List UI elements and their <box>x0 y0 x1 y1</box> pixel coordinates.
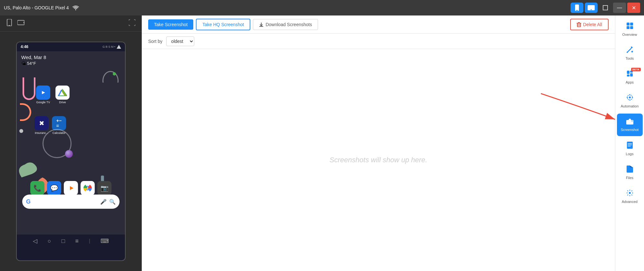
apps-icon <box>626 70 633 79</box>
app-icon-messages[interactable]: 💬 <box>47 181 61 195</box>
phone-date: Wed, Mar 8 <box>21 55 120 60</box>
svg-line-57 <box>627 191 628 191</box>
app-icon-play[interactable] <box>64 181 78 195</box>
svg-point-46 <box>629 122 630 123</box>
mic-icon[interactable]: 🎤 <box>100 199 107 205</box>
deco-curve-top <box>102 71 119 90</box>
download-icon <box>259 22 264 27</box>
svg-rect-4 <box>603 5 608 10</box>
toolbar-buttons: Take Screenshot Take HQ Screenshot Downl… <box>148 19 318 30</box>
apps-label: Apps <box>626 80 634 84</box>
download-screenshots-button[interactable]: Download Screenshots <box>253 19 318 30</box>
sort-select[interactable]: oldest newest <box>166 36 194 46</box>
minimize-btn[interactable]: — <box>613 3 626 13</box>
phone-toolbar-left <box>5 18 26 29</box>
app-icon-drive[interactable]: Drive <box>55 85 70 104</box>
empty-message: Screenshots will show up here. <box>330 156 427 164</box>
phone-toolbar-right <box>128 18 137 29</box>
title-bar-left: US, Palo Alto - GOOGLE Pixel 4 <box>4 5 79 10</box>
phone-toolbar <box>0 15 142 32</box>
sidebar-item-files[interactable]: Files <box>617 161 643 184</box>
automation-label: Automation <box>621 104 639 108</box>
sidebar-item-overview[interactable]: Overview <box>617 18 643 41</box>
svg-point-47 <box>631 121 632 122</box>
app-icon-googletv[interactable]: Google TV <box>36 85 50 104</box>
svg-rect-40 <box>630 94 630 95</box>
app-icon-camera[interactable]: 📷 <box>97 181 111 195</box>
overview-label: Overview <box>622 33 637 36</box>
phone-panel: 4:46 G B S M • Wed, Mar 8 🌤 <box>0 15 142 271</box>
frame-icon[interactable] <box>128 18 137 29</box>
nav-divider: | <box>89 238 90 244</box>
svg-point-52 <box>629 192 631 194</box>
phone-status-bar: 4:46 G B S M • <box>17 42 125 51</box>
landscape-icon[interactable] <box>16 18 26 28</box>
google-logo: G <box>26 198 31 205</box>
beta-badge: BETA <box>631 68 640 71</box>
tools-label: Tools <box>626 56 634 60</box>
app-row-1: Google TV <box>36 85 70 104</box>
google-search-bar[interactable]: G 🎤 🔍 <box>22 195 120 209</box>
keyboard-nav[interactable]: ⌨ <box>101 237 109 245</box>
deco-orange-arc <box>20 103 31 121</box>
screenshots-area: Screenshots will show up here. <box>142 49 615 271</box>
logs-label: Logs <box>626 152 634 156</box>
svg-line-32 <box>628 48 631 52</box>
screenshot-label: Screenshot <box>621 128 639 132</box>
status-icons: G B S M • <box>102 45 115 48</box>
phone-status-right: G B S M • <box>102 45 121 49</box>
fullscreen-btn[interactable] <box>599 3 612 13</box>
phone-view-btn[interactable] <box>571 3 583 13</box>
app-icon-phone[interactable]: 📞 <box>30 181 44 195</box>
sidebar-item-tools[interactable]: Tools <box>617 42 643 65</box>
take-hq-screenshot-button[interactable]: Take HQ Screenshot <box>196 19 250 30</box>
sidebar-item-screenshot[interactable]: Screenshot <box>617 114 643 136</box>
deco-green-dot <box>113 72 116 75</box>
svg-rect-7 <box>17 20 24 25</box>
delete-all-button[interactable]: Delete All <box>570 19 609 30</box>
lens-icon[interactable]: 🔍 <box>109 199 116 205</box>
recents-nav[interactable]: □ <box>62 238 65 245</box>
home-nav[interactable]: ○ <box>48 238 51 245</box>
main-layout: 4:46 G B S M • Wed, Mar 8 🌤 <box>0 15 644 271</box>
svg-rect-6 <box>8 25 10 26</box>
phone-nav-bar: ◁ ○ □ ≡ | ⌨ <box>17 235 125 247</box>
svg-rect-34 <box>627 71 630 74</box>
tablet-view-btn[interactable] <box>585 3 598 13</box>
sidebar-item-advanced[interactable]: Advanced <box>617 185 643 208</box>
phone-time: 4:46 <box>21 45 28 49</box>
svg-point-38 <box>629 96 631 98</box>
logs-icon <box>627 142 633 151</box>
deco-purple-ball <box>65 150 73 158</box>
sidebar-item-logs[interactable]: Logs <box>617 137 643 160</box>
svg-point-33 <box>627 52 628 53</box>
overview-icon <box>626 22 633 31</box>
sort-label: Sort by <box>148 39 162 44</box>
svg-rect-48 <box>627 142 633 149</box>
close-btn[interactable]: ✕ <box>627 3 640 13</box>
take-screenshot-button[interactable]: Take Screenshot <box>148 19 193 30</box>
svg-rect-31 <box>630 26 633 29</box>
screenshot-icon <box>626 118 633 126</box>
content-toolbar: Take Screenshot Take HQ Screenshot Downl… <box>142 15 615 34</box>
phone-icon[interactable] <box>5 18 14 29</box>
phone-screen: 4:46 G B S M • Wed, Mar 8 🌤 <box>16 42 126 261</box>
svg-rect-28 <box>627 23 630 25</box>
sidebar-item-apps[interactable]: BETA Apps <box>617 66 643 88</box>
phone-temp: 54°F <box>27 61 36 66</box>
svg-line-60 <box>627 195 628 195</box>
app-icon-insurance[interactable]: ✖ Insuranc... <box>34 116 49 135</box>
app-icon-chrome[interactable] <box>81 181 95 195</box>
phone-screen-container: 4:46 G B S M • Wed, Mar 8 🌤 <box>0 32 142 271</box>
advanced-label: Advanced <box>622 200 638 204</box>
svg-rect-5 <box>7 19 12 26</box>
sort-row: Sort by oldest newest <box>142 34 615 49</box>
advanced-icon <box>626 189 633 198</box>
menu-nav[interactable]: ≡ <box>75 238 79 245</box>
sidebar-item-automation[interactable]: Automation <box>617 90 643 112</box>
svg-rect-29 <box>630 23 633 25</box>
deco-green-shape <box>18 161 38 177</box>
back-nav[interactable]: ◁ <box>33 237 37 245</box>
svg-rect-8 <box>24 22 24 24</box>
svg-rect-42 <box>627 97 628 98</box>
